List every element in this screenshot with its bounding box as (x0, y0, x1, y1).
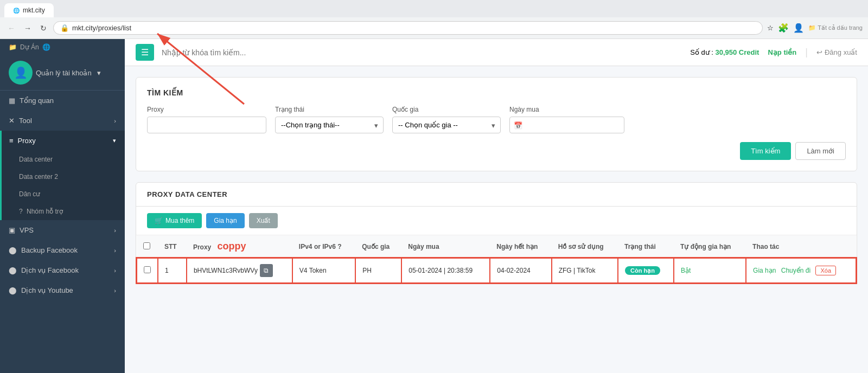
cart-icon: 🛒 (155, 217, 163, 224)
browser-chrome: ← → ↻ 🔒 mkt.city/proxies/list ☆ 🧩 👤 📁 Tấ… (0, 17, 868, 39)
sidebar-item-nhomhotro[interactable]: ? Nhóm hỗ trợ (2, 203, 125, 220)
proxy-table: STT Proxy coppy IPv4 or IPv6 ? Quốc gia … (136, 235, 857, 284)
trang-thai-select-wrapper: --Chọn trạng thái-- Còn hạn Hết hạn (275, 117, 384, 133)
profile-icon[interactable]: 👤 (793, 23, 804, 33)
trang-thai-group: Trạng thái --Chọn trạng thái-- Còn hạn H… (275, 106, 384, 133)
main-scroll-area: TÌM KIẾM Proxy Trạng thái --Chọn trạng t… (125, 66, 868, 373)
proxy-icon: ≡ (9, 137, 14, 145)
search-button[interactable]: Tìm kiếm (740, 142, 791, 160)
dancu-label: Dân cư (19, 190, 40, 198)
extensions-icon[interactable]: 🧩 (778, 23, 789, 33)
balance-amount: 30,950 Credit (716, 48, 760, 56)
col-checkbox (137, 235, 158, 258)
row-checkbox-cell (137, 258, 158, 283)
sidebar-proxy-section: ≡ Proxy ▾ Data center Data center 2 Dân … (0, 131, 125, 220)
col-quoc-gia: Quốc gia (355, 235, 401, 258)
sidebar: 📁 Dự Án 🌐 👤 Quản lý tài khoản ▾ ▦ Tổng q… (0, 39, 125, 373)
col-thao-tac: Thao tác (746, 235, 856, 258)
avatar-icon: 👤 (14, 66, 28, 79)
datacenter-label: Data center (19, 156, 53, 163)
sidebar-item-dancu[interactable]: Dân cư (2, 185, 125, 203)
row-ipv4: V4 Token (292, 258, 355, 283)
trang-thai-label: Trạng thái (275, 106, 384, 113)
coppy-header-label: coppy (218, 241, 246, 252)
tool-label: Tool (19, 117, 32, 125)
col-ho-so: Hồ sơ sử dụng (552, 235, 618, 258)
quoc-gia-select[interactable]: -- Chọn quốc gia -- VN PH US (392, 117, 501, 133)
select-all-checkbox[interactable] (143, 242, 150, 249)
nap-tien-link[interactable]: Nạp tiền (768, 48, 796, 56)
reload-button[interactable]: ↻ (38, 23, 49, 34)
header-divider: | (805, 47, 808, 58)
proxy-filter-input[interactable] (147, 117, 266, 133)
proxy-filter-label: Proxy (147, 106, 266, 113)
export-button[interactable]: Xuất (249, 213, 278, 228)
balance-label: Số dư : 30,950 Credit (690, 48, 759, 56)
sidebar-item-datacenter2[interactable]: Data center 2 (2, 168, 125, 185)
toggle-link[interactable]: Bật (681, 267, 691, 274)
main-content: ☰ Số dư : 30,950 Credit Nạp tiền | ↩ Đăn… (125, 39, 868, 373)
sidebar-item-backup-fb[interactable]: ⬤ Backup Facebook › (0, 240, 125, 260)
forward-button[interactable]: → (22, 23, 34, 34)
dich-vu-fb-label: Dịch vụ Facebook (21, 266, 79, 274)
buy-more-label: Mua thêm (165, 217, 194, 224)
col-ipv4: IPv4 or IPv6 ? (292, 235, 355, 258)
search-section: TÌM KIẾM Proxy Trạng thái --Chọn trạng t… (136, 77, 857, 171)
header-right: Số dư : 30,950 Credit Nạp tiền | ↩ Đăng … (690, 47, 857, 58)
xoa-button[interactable]: Xóa (815, 266, 836, 275)
vps-label: VPS (20, 226, 34, 234)
dich-vu-youtube-icon: ⬤ (9, 286, 17, 294)
browser-tab[interactable]: 🌐 mkt.city (4, 3, 54, 17)
hamburger-icon: ☰ (141, 47, 149, 57)
tab-icon: 🌐 (13, 8, 20, 14)
search-input[interactable] (159, 46, 685, 59)
buy-more-button[interactable]: 🛒 Mua thêm (147, 213, 202, 228)
url-bar[interactable]: 🔒 mkt.city/proxies/list (53, 21, 763, 35)
browser-actions: 🧩 👤 (778, 23, 804, 33)
table-toolbar: 🛒 Mua thêm Gia hạn Xuất (136, 207, 857, 235)
table-row: 1 bHVtLWN1c3RvbWVy ⧉ V4 Token PH 05-01-2 (137, 258, 856, 283)
question-icon: ? (19, 208, 23, 215)
sidebar-item-proxy[interactable]: ≡ Proxy ▾ (2, 131, 125, 151)
avatar: 👤 (9, 61, 33, 85)
proxy-label: Proxy (18, 137, 36, 145)
tab-label: mkt.city (23, 7, 45, 14)
folder-icon: 📁 (9, 43, 17, 51)
tool-icon: ✕ (9, 117, 15, 125)
account-label: Quản lý tài khoản (36, 69, 92, 77)
back-button[interactable]: ← (5, 23, 17, 34)
ngay-mua-group: Ngày mua 📅 (509, 106, 624, 133)
url-text: mkt.city/proxies/list (72, 24, 131, 32)
search-title: TÌM KIẾM (147, 88, 846, 97)
status-badge: Còn hạn (625, 266, 660, 275)
sidebar-item-dich-vu-youtube[interactable]: ⬤ Dịch vụ Youtube › (0, 280, 125, 300)
renew-button[interactable]: Gia hạn (206, 213, 244, 228)
copy-icon[interactable]: ⧉ (260, 264, 273, 277)
trang-thai-select[interactable]: --Chọn trạng thái-- Còn hạn Hết hạn (275, 117, 384, 133)
sidebar-account[interactable]: 👤 Quản lý tài khoản ▾ (0, 55, 125, 91)
table-header-row: STT Proxy coppy IPv4 or IPv6 ? Quốc gia … (137, 235, 856, 258)
account-chevron-icon: ▾ (97, 69, 101, 77)
sidebar-item-dich-vu-fb[interactable]: ⬤ Dịch vụ Facebook › (0, 260, 125, 280)
menu-toggle-button[interactable]: ☰ (136, 44, 154, 61)
row-tu-dong: Bật (674, 258, 746, 283)
ngay-mua-date-wrapper: 📅 (509, 117, 624, 133)
sidebar-item-vps[interactable]: ▣ VPS › (0, 220, 125, 240)
table-section-header: PROXY DATA CENTER (136, 183, 857, 207)
bookmark-star[interactable]: ☆ (767, 24, 774, 32)
table-section: PROXY DATA CENTER 🛒 Mua thêm Gia hạn Xuấ… (136, 182, 857, 284)
reset-button[interactable]: Làm mới (795, 142, 846, 160)
chuyen-di-link[interactable]: Chuyển đi (781, 267, 810, 274)
sidebar-item-tool[interactable]: ✕ Tool › (0, 111, 125, 131)
gia-han-link[interactable]: Gia hạn (753, 267, 776, 274)
logout-button[interactable]: ↩ Đăng xuất (816, 48, 857, 56)
backup-fb-arrow-icon: › (114, 247, 116, 254)
sidebar-item-tong-quan[interactable]: ▦ Tổng quan (0, 91, 125, 111)
sidebar-item-datacenter[interactable]: Data center (2, 151, 125, 168)
proxy-value: bHVtLWN1c3RvbWVy (194, 267, 258, 274)
ngay-mua-input[interactable] (509, 117, 624, 133)
row-ngay-mua: 05-01-2024 | 20:38:59 (401, 258, 490, 283)
nhomhotro-label: Nhóm hỗ trợ (27, 208, 63, 215)
row-checkbox[interactable] (144, 266, 151, 273)
dich-vu-fb-icon: ⬤ (9, 266, 17, 274)
